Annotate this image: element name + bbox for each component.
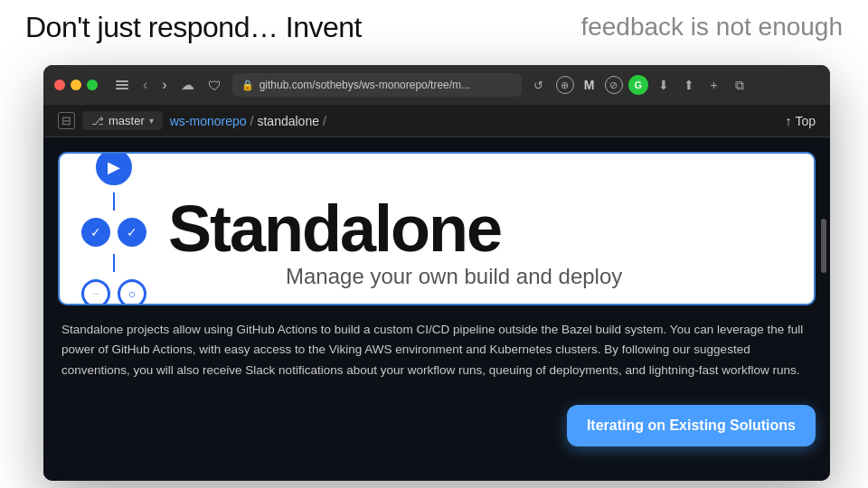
browser-actions: ⊕ M ⊘ G ⬇ ⬆ + ⧉ <box>556 75 750 95</box>
browser-window: ‹ › ☁ 🛡 🔒 github.com/sothebys/ws-monorep… <box>43 65 830 481</box>
scrollbar-track[interactable] <box>820 210 827 481</box>
hero-icons: ▶ ✓ ✓ ··· ○ <box>60 152 168 305</box>
forward-button[interactable]: › <box>158 75 170 95</box>
dots-icon-circle: ··· <box>81 279 110 305</box>
tagline-left: Don't just respond… Invent <box>25 11 362 44</box>
hero-title: Standalone <box>168 196 501 261</box>
breadcrumb: ws-monorepo / standalone / <box>170 114 326 128</box>
top-arrow-icon: ↑ <box>785 114 791 128</box>
tab-bar: ⊟ ⎇ master ▾ ws-monorepo / standalone / … <box>43 105 830 137</box>
address-text: github.com/sothebys/ws-monorepo/tree/m..… <box>259 79 470 91</box>
lock-icon: 🔒 <box>241 80 254 91</box>
check-icon: ✓ <box>90 225 101 239</box>
play-icon: ▶ <box>108 157 120 177</box>
address-bar[interactable]: 🔒 github.com/sothebys/ws-monorepo/tree/m… <box>232 73 522 97</box>
bitwarden-icon[interactable]: ⊕ <box>556 76 574 94</box>
circle-icon: ○ <box>128 286 136 301</box>
connector-line-1 <box>113 192 115 211</box>
branch-selector[interactable]: ⎇ master ▾ <box>82 111 163 130</box>
browser-chrome: ‹ › ☁ 🛡 🔒 github.com/sothebys/ws-monorep… <box>43 65 830 105</box>
refresh-icon[interactable]: ↺ <box>529 75 549 95</box>
traffic-lights <box>54 80 98 90</box>
branch-name: master <box>108 114 145 127</box>
shield-icon: 🛡 <box>205 75 225 95</box>
download-icon[interactable]: ⬇ <box>654 75 674 95</box>
cloud-icon: ☁ <box>178 75 198 95</box>
tagline-right: feedback is not enough <box>580 13 843 42</box>
check-icon-2: ✓ <box>127 225 137 239</box>
connector-line-2 <box>113 254 115 272</box>
fullscreen-button[interactable] <box>87 80 98 90</box>
hero-subtitle: Manage your own build and deploy <box>286 264 622 289</box>
description-text: Standalone projects allow using GitHub A… <box>43 305 830 395</box>
icon-row-1: ✓ ✓ <box>81 218 146 247</box>
breadcrumb-separator: / <box>250 114 254 128</box>
browser-content: ▶ ✓ ✓ ··· ○ <box>43 137 830 481</box>
scrollbar-thumb[interactable] <box>821 219 826 273</box>
hero-banner: ▶ ✓ ✓ ··· ○ <box>58 152 816 305</box>
check-icon-1: ✓ <box>81 218 110 247</box>
breadcrumb-repo[interactable]: ws-monorepo <box>170 114 247 128</box>
play-icon-circle: ▶ <box>96 152 132 185</box>
share-icon[interactable]: ⬆ <box>679 75 699 95</box>
1password-icon[interactable]: M <box>580 75 599 95</box>
circle-icon-circle: ○ <box>118 279 146 305</box>
tabs-icon[interactable]: ⧉ <box>730 75 750 95</box>
breadcrumb-current: standalone <box>257 114 319 128</box>
branch-icon: ⎇ <box>91 115 104 127</box>
check-icon-2: ✓ <box>118 218 146 247</box>
top-label: Top <box>795 114 816 128</box>
minimize-button[interactable] <box>71 80 81 90</box>
icon-row-2: ··· ○ <box>81 279 146 305</box>
extension-icon[interactable]: G <box>628 75 648 95</box>
dots-icon: ··· <box>93 290 99 298</box>
branch-dropdown-arrow: ▾ <box>149 116 154 126</box>
back-button[interactable]: ‹ <box>139 75 151 95</box>
sidebar-toggle-icon[interactable] <box>112 75 132 95</box>
adblock-icon[interactable]: ⊘ <box>605 76 623 94</box>
sidebar-panel-icon[interactable]: ⊟ <box>58 112 75 129</box>
top-link[interactable]: ↑ Top <box>785 114 816 128</box>
breadcrumb-trailing: / <box>323 114 326 128</box>
new-tab-icon[interactable]: + <box>704 75 724 95</box>
tooltip-bubble: Iterating on Existing Solutions <box>567 405 816 446</box>
close-button[interactable] <box>54 80 65 90</box>
